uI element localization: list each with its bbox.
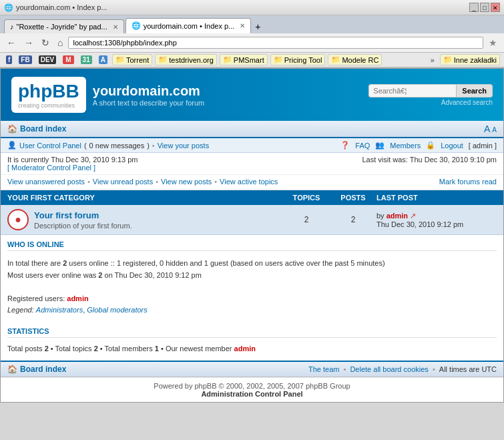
tab-1[interactable]: ♪ "Roxette - Joyride" by pad... ✕	[4, 19, 124, 33]
search-button[interactable]: Search	[456, 85, 492, 97]
title-bar-text: yourdomain.com • Index p...	[16, 3, 107, 11]
who-is-online-title: WHO IS ONLINE	[7, 240, 497, 251]
most-users-count: 2	[98, 271, 102, 279]
view-unread-link[interactable]: View unread posts	[93, 178, 153, 186]
footer-board-index[interactable]: 🏠 Board index	[7, 365, 66, 374]
registered-user-link[interactable]: admin	[67, 294, 88, 302]
who-is-online-content: In total there are 2 users online :: 1 r…	[1, 258, 503, 322]
ql-sep2: •	[156, 178, 158, 186]
tab-2-close[interactable]: ✕	[240, 22, 245, 29]
nav-bar: ← → ↻ ⌂ ★	[0, 33, 504, 53]
footer-delete-cookies-link[interactable]: Delete all board cookies	[350, 365, 428, 373]
tab-1-icon: ♪	[10, 23, 14, 31]
add-tab-button[interactable]: +	[252, 20, 263, 33]
user-control-panel-link[interactable]: User Control Panel	[19, 142, 81, 150]
search-input[interactable]	[369, 85, 456, 97]
bookmark-fb2[interactable]: FB	[17, 55, 33, 65]
footer-board-index-label: Board index	[20, 365, 66, 374]
powered-by: Powered by phpBB © 2000, 2002, 2005, 200…	[5, 382, 499, 390]
faq-link[interactable]: FAQ	[355, 142, 370, 150]
footer-team-link[interactable]: The team	[308, 365, 339, 373]
address-bar[interactable]	[68, 37, 483, 49]
dev-icon: DEV	[39, 55, 57, 64]
forum-name-link[interactable]: Your first forum	[34, 210, 99, 220]
newest-member-link[interactable]: admin	[234, 345, 256, 353]
forum-info: Your first forum Description of your fir…	[34, 210, 283, 230]
total-topics-count: 2	[94, 345, 98, 353]
fb2-icon: FB	[19, 55, 31, 64]
bookmark-dev[interactable]: DEV	[37, 55, 59, 65]
minimize-button[interactable]: _	[469, 3, 479, 12]
view-posts-link[interactable]: View your posts	[158, 142, 209, 150]
last-post-user-link[interactable]: admin	[387, 212, 408, 220]
bookmark-pmsmart[interactable]: 📁 PMSmart	[220, 54, 268, 65]
font-size-down[interactable]: A	[492, 126, 497, 134]
bookmark-inne-label: Inne zakładki	[454, 56, 497, 64]
home-button[interactable]: ⌂	[55, 36, 65, 49]
view-unanswered-link[interactable]: View unanswered posts	[7, 178, 85, 186]
bookmark-fb[interactable]: f	[4, 55, 14, 65]
refresh-button[interactable]: ↻	[39, 36, 52, 49]
legend-admin-link[interactable]: Administrators	[36, 306, 83, 314]
forum-category-header: YOUR FIRST CATEGORY TOPICS POSTS LAST PO…	[1, 190, 503, 205]
more-bookmarks[interactable]: »	[431, 56, 435, 64]
bookmark-cal[interactable]: 31	[79, 55, 94, 65]
user-bar: 👤 User Control Panel (0 new messages) • …	[1, 138, 503, 153]
user-icon: 👤	[7, 141, 17, 150]
forum-row: ● Your first forum Description of your f…	[1, 205, 503, 235]
font-size-up[interactable]: A	[484, 124, 490, 134]
forum-topics-count: 2	[283, 215, 330, 224]
mark-forums-read-link[interactable]: Mark forums read	[439, 178, 497, 186]
advanced-search-link[interactable]: Advanced search	[441, 99, 493, 106]
online-info: In total there are 2 users online :: 1 r…	[7, 258, 497, 270]
forum-section: YOUR FIRST CATEGORY TOPICS POSTS LAST PO…	[1, 190, 503, 235]
new-messages-sep: (	[84, 142, 87, 150]
bookmark-pricing-tool[interactable]: 📁 Pricing Tool	[270, 54, 326, 65]
moderator-control-panel-link[interactable]: [ Moderator Control Panel ]	[7, 164, 95, 172]
view-new-link[interactable]: View new posts	[161, 178, 212, 186]
bookmark-torrent[interactable]: 📁 Torrent	[112, 54, 152, 65]
last-post-header: LAST POST	[376, 194, 497, 202]
statistics-section: STATISTICS	[1, 322, 503, 345]
tab-bar: ♪ "Roxette - Joyride" by pad... ✕ 🌐 your…	[0, 15, 504, 33]
logout-link[interactable]: Logout	[441, 142, 463, 150]
folder-icon-2: 📁	[158, 55, 168, 64]
bookmarks-bar: f FB DEV M 31 A 📁 Torrent 📁 testdriven.o…	[0, 53, 504, 67]
total-posts-label: Total posts	[7, 345, 43, 353]
back-button[interactable]: ←	[4, 36, 19, 49]
bookmark-testdriven[interactable]: 📁 testdriven.org	[155, 54, 217, 65]
footer-home-icon: 🏠	[7, 365, 17, 374]
tab-2[interactable]: 🌐 yourdomain.com • Index p... ✕	[125, 18, 252, 33]
tab-1-close[interactable]: ✕	[113, 23, 118, 31]
bookmark-a[interactable]: A	[97, 55, 109, 65]
admin-control-panel-link[interactable]: Administration Control Panel	[201, 390, 302, 398]
bookmark-gmail[interactable]: M	[61, 55, 75, 65]
font-size-controls: A A	[484, 124, 497, 134]
board-index-link[interactable]: 🏠 Board index	[7, 124, 66, 134]
close-button[interactable]: ✕	[491, 3, 500, 12]
statistics-title: STATISTICS	[7, 327, 497, 338]
stats-sep3: •	[161, 345, 166, 353]
posts-header: POSTS	[330, 194, 376, 202]
info-right: Last visit was: Thu Dec 30, 2010 9:10 pm	[362, 156, 497, 172]
bookmark-pricing-tool-label: Pricing Tool	[284, 56, 322, 64]
bookmark-modele[interactable]: 📁 Modele RC	[328, 54, 382, 65]
view-active-link[interactable]: View active topics	[220, 178, 278, 186]
maximize-button[interactable]: □	[480, 3, 489, 12]
legend-line: Legend: Administrators, Global moderator…	[7, 304, 497, 316]
footer-links: The team • Delete all board cookies • Al…	[308, 365, 497, 373]
bookmark-inne[interactable]: 📁 Inne zakładki	[440, 54, 500, 65]
phpbb-logo-box: phpBB creating communities	[11, 77, 86, 113]
members-icon: 👥	[375, 141, 385, 150]
members-link[interactable]: Members	[390, 142, 421, 150]
folder-icon: 📁	[115, 55, 125, 64]
bookmark-star[interactable]: ★	[486, 36, 500, 49]
page-footer: Powered by phpBB © 2000, 2002, 2005, 200…	[1, 377, 503, 402]
forward-button[interactable]: →	[21, 36, 36, 49]
current-time: It is currently Thu Dec 30, 2010 9:13 pm	[7, 156, 138, 164]
footer-sep2: •	[433, 365, 437, 373]
last-visit: Last visit was: Thu Dec 30, 2010 9:10 pm	[362, 156, 497, 164]
phpbb-site-info: yourdomain.com A short text to describe …	[93, 83, 205, 107]
legend-moderator-link[interactable]: Global moderators	[87, 306, 148, 314]
faq-icon: ❓	[340, 141, 350, 150]
